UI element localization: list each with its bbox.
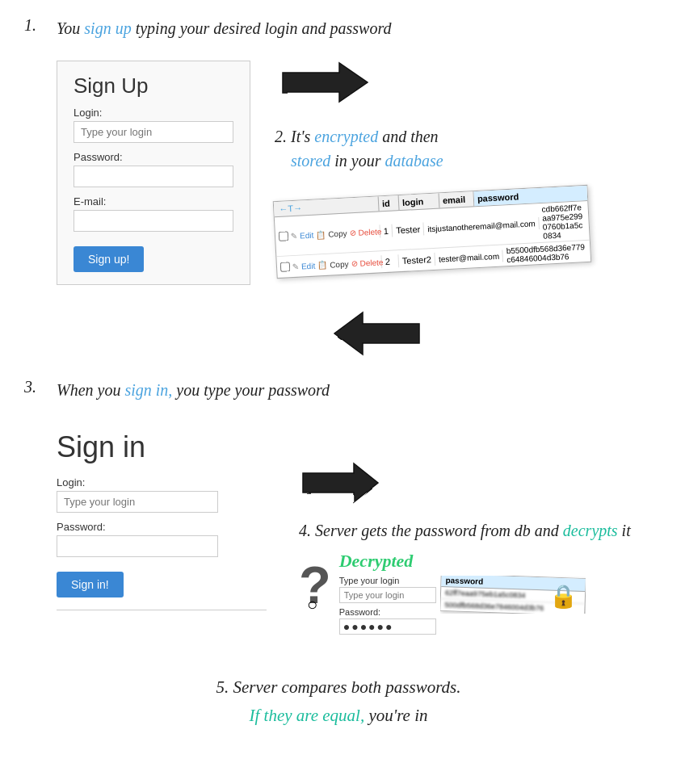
row2-id: 2 xyxy=(381,254,399,268)
col-id-header: id xyxy=(379,195,400,211)
row2-login: Tester2 xyxy=(398,253,435,267)
signup-form-area: Sign Up Login: Password: E-mail: Sign up… xyxy=(57,48,258,285)
arrow-left-icon xyxy=(330,301,427,366)
signin-password-input[interactable] xyxy=(57,535,218,557)
row2-actions: ✎ Edit 📋 Copy ⊘ Delete xyxy=(277,255,383,274)
signin-password-label: Password: xyxy=(57,521,267,533)
signin-mini-form: Type your login Password: ●●●●●● xyxy=(339,576,436,635)
database-table: ←T→ id login email password ✎ Edit xyxy=(273,185,591,279)
arrow-left-container xyxy=(105,301,653,366)
row2-edit-icon: ✎ xyxy=(292,262,300,270)
step3-section: 3. When you sign in, you type your passw… xyxy=(24,378,653,402)
step1-visual-area: Sign Up Login: Password: E-mail: Sign up… xyxy=(57,48,653,285)
signin-login-group: Login: xyxy=(57,476,267,513)
row2-password: b5500dfb568d36e779c64846004d3b76 xyxy=(502,241,590,266)
question-mark-area: ? ○ xyxy=(299,559,331,611)
mini-login-input[interactable] xyxy=(339,587,436,603)
signin-form-area: Sign in Login: Password: Sign in! xyxy=(57,410,291,610)
database-table-area: ←T→ id login email password ✎ Edit xyxy=(275,185,653,270)
row2-email: tester@mail.com xyxy=(435,249,504,265)
step4-arrow-container xyxy=(299,459,653,510)
row1-delete-icon: ⊘ xyxy=(349,228,356,237)
decrypted-label: Decrypted xyxy=(339,551,586,572)
password-label: Password: xyxy=(74,151,233,163)
row1-edit-link[interactable]: Edit xyxy=(300,230,314,240)
signin-password-group: Password: xyxy=(57,521,267,557)
row1-email: itsjustanotheremail@mail.com xyxy=(424,217,540,235)
step5-section: 5. Server compares both passwords. If th… xyxy=(24,675,653,728)
step2-area: 2. It's encrypted and then stored in you… xyxy=(258,48,653,270)
password-group: Password: xyxy=(74,151,233,187)
row1-password: cdb662ff7eaa975e2990760b1a5c0834 xyxy=(538,201,589,242)
arrow-right-container xyxy=(275,57,653,112)
row1-copy-link[interactable]: Copy xyxy=(328,228,347,238)
blurred-db-table: password 62ff7eaa975eb1a5c0834 500dfb568… xyxy=(440,576,586,614)
email-input[interactable] xyxy=(74,210,233,232)
col-login-header: login xyxy=(399,193,440,210)
signin-button[interactable]: Sign in! xyxy=(57,572,124,597)
arrow-right-step4-icon xyxy=(299,459,380,507)
step3-label: 3. xyxy=(24,378,57,396)
row1-id: 1 xyxy=(380,224,393,238)
circle-icon: ○ xyxy=(307,594,317,615)
login-input[interactable] xyxy=(74,121,233,143)
decrypt-visual-area: ? ○ Decrypted Type your login Password: … xyxy=(299,551,653,635)
step1-section: 1. You sign up typing your desired login… xyxy=(24,16,653,40)
row1-delete-link[interactable]: Delete xyxy=(358,227,381,237)
email-group: E-mail: xyxy=(74,195,233,232)
masked-password-display: ●●●●●● xyxy=(339,618,436,635)
decrypted-block: Decrypted Type your login Password: ●●●●… xyxy=(339,551,586,635)
signup-button[interactable]: Sign up! xyxy=(74,246,144,272)
step1-text: You sign up typing your desired login an… xyxy=(57,16,392,40)
arrow-right-icon xyxy=(275,57,372,109)
page-container: 1. You sign up typing your desired login… xyxy=(0,0,685,744)
signin-form: Sign in Login: Password: Sign in! xyxy=(57,418,267,610)
svg-marker-2 xyxy=(303,463,378,502)
password-input[interactable] xyxy=(74,166,233,187)
signup-title: Sign Up xyxy=(74,73,233,99)
row1-checkbox[interactable] xyxy=(279,231,289,241)
row2-checkbox[interactable] xyxy=(280,262,291,272)
login-label: Login: xyxy=(74,107,233,119)
step3-text: When you sign in, you type your password xyxy=(57,378,330,402)
step1-label: 1. xyxy=(24,16,57,35)
step2-text-block: 2. It's encrypted and then stored in you… xyxy=(275,124,653,173)
decrypted-forms-area: Type your login Password: ●●●●●● passwor… xyxy=(339,576,586,635)
row1-edit-icon: ✎ xyxy=(291,231,298,240)
row1-copy-icon: 📋 xyxy=(316,229,326,239)
row2-delete-icon: ⊘ xyxy=(351,258,358,267)
email-label: E-mail: xyxy=(74,195,233,208)
signin-title: Sign in xyxy=(57,430,267,464)
lock-icon: 🔒 xyxy=(549,583,578,610)
row1-actions: ✎ Edit 📋 Copy ⊘ Delete xyxy=(275,224,381,243)
step4-text-block: 4. Server gets the password from db and … xyxy=(299,518,653,543)
signin-login-label: Login: xyxy=(57,476,267,488)
row2-copy-icon: 📋 xyxy=(317,260,328,270)
col-email-header: email xyxy=(439,191,475,208)
svg-marker-1 xyxy=(334,312,419,354)
row1-login: Tester xyxy=(393,223,425,237)
row2-edit-link[interactable]: Edit xyxy=(301,261,316,270)
signup-form: Sign Up Login: Password: E-mail: Sign up… xyxy=(57,61,250,285)
svg-marker-0 xyxy=(283,63,368,102)
login-group: Login: xyxy=(74,107,233,143)
signin-login-input[interactable] xyxy=(57,491,218,513)
step3-visual-area: Sign in Login: Password: Sign in! xyxy=(57,410,653,635)
row2-delete-link[interactable]: Delete xyxy=(359,258,383,267)
step4-area: 4. Server gets the password from db and … xyxy=(291,410,653,635)
row2-copy-link[interactable]: Copy xyxy=(330,259,349,269)
